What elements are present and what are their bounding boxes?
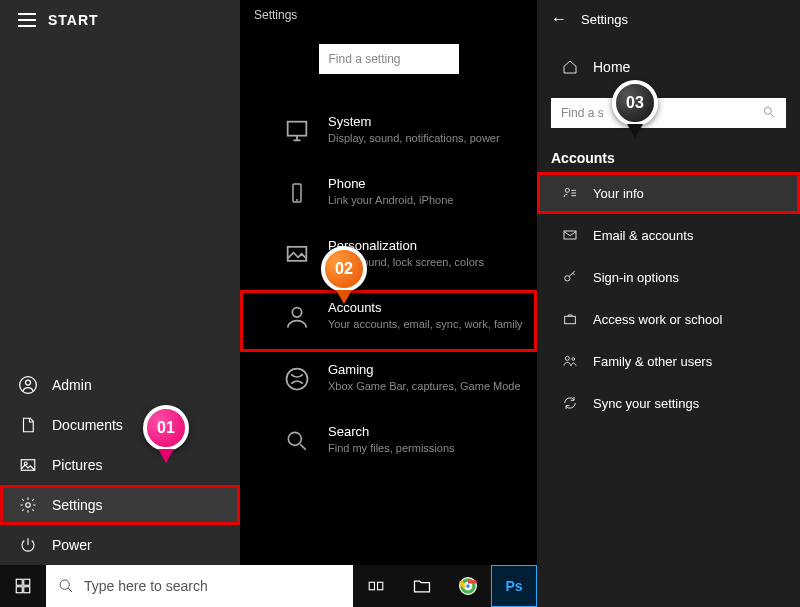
nav-label: Family & other users — [593, 354, 712, 369]
start-menu-panel: START Admin Documents Pictures Settings … — [0, 0, 240, 607]
home-label: Home — [593, 59, 630, 75]
start-item-label: Settings — [52, 497, 103, 513]
nav-label: Your info — [593, 186, 644, 201]
nav-label: Email & accounts — [593, 228, 693, 243]
system-icon — [280, 114, 314, 148]
svg-point-14 — [466, 584, 471, 589]
svg-point-24 — [565, 276, 570, 281]
nav-email-accounts[interactable]: Email & accounts — [537, 214, 800, 256]
svg-rect-8 — [24, 587, 30, 593]
category-personalization[interactable]: Personalization Background, lock screen,… — [240, 228, 537, 290]
category-text: Search Find my files, permissions — [328, 424, 455, 458]
svg-rect-23 — [564, 231, 576, 239]
category-text: Phone Link your Android, iPhone — [328, 176, 453, 210]
settings-panel: Settings Find a setting System Display, … — [240, 0, 537, 565]
svg-point-26 — [565, 356, 569, 360]
category-text: System Display, sound, notifications, po… — [328, 114, 500, 148]
start-item-label: Power — [52, 537, 92, 553]
user-icon — [18, 375, 38, 395]
svg-point-21 — [764, 107, 771, 114]
start-header: START — [0, 0, 240, 40]
nav-family-users[interactable]: Family & other users — [537, 340, 800, 382]
power-icon — [18, 535, 38, 555]
start-item-documents[interactable]: Documents — [0, 405, 240, 445]
accounts-search[interactable]: Find a s — [551, 98, 786, 128]
gear-icon — [18, 495, 38, 515]
hamburger-icon[interactable] — [18, 13, 36, 27]
svg-point-27 — [572, 358, 575, 361]
svg-rect-25 — [565, 316, 576, 323]
svg-rect-7 — [16, 587, 22, 593]
task-view-icon[interactable] — [353, 565, 399, 607]
svg-point-20 — [288, 432, 301, 445]
family-icon — [561, 352, 579, 370]
accounts-header-title: Settings — [581, 12, 628, 27]
phone-icon — [280, 176, 314, 210]
home-link[interactable]: Home — [537, 48, 800, 86]
svg-rect-5 — [16, 579, 22, 585]
nav-sync-settings[interactable]: Sync your settings — [537, 382, 800, 424]
photoshop-icon[interactable]: Ps — [491, 565, 537, 607]
search-icon — [762, 105, 776, 122]
accounts-search-placeholder: Find a s — [561, 106, 604, 120]
start-title: START — [48, 12, 99, 28]
category-text: Gaming Xbox Game Bar, captures, Game Mod… — [328, 362, 521, 396]
home-icon — [561, 58, 579, 76]
svg-point-18 — [292, 308, 301, 317]
svg-rect-11 — [378, 582, 383, 590]
your-info-icon — [561, 184, 579, 202]
sync-icon — [561, 394, 579, 412]
briefcase-icon — [561, 310, 579, 328]
settings-search[interactable]: Find a setting — [319, 44, 459, 74]
taskbar-search-placeholder: Type here to search — [84, 578, 208, 594]
nav-label: Sign-in options — [593, 270, 679, 285]
nav-signin-options[interactable]: Sign-in options — [537, 256, 800, 298]
nav-your-info[interactable]: Your info — [537, 172, 800, 214]
svg-rect-15 — [288, 122, 307, 136]
nav-access-work-school[interactable]: Access work or school — [537, 298, 800, 340]
search-icon — [280, 424, 314, 458]
start-items-list: Admin Documents Pictures Settings Power — [0, 365, 240, 565]
start-item-label: Documents — [52, 417, 123, 433]
svg-rect-17 — [288, 247, 307, 261]
chrome-icon[interactable] — [445, 565, 491, 607]
start-item-label: Pictures — [52, 457, 103, 473]
svg-rect-10 — [369, 582, 374, 590]
accounts-header: ← Settings — [537, 0, 800, 38]
category-search[interactable]: Search Find my files, permissions — [240, 414, 537, 476]
gaming-icon — [280, 362, 314, 396]
svg-rect-6 — [24, 579, 30, 585]
nav-label: Sync your settings — [593, 396, 699, 411]
settings-header-title: Settings — [240, 0, 537, 30]
email-icon — [561, 226, 579, 244]
picture-icon — [18, 455, 38, 475]
start-item-power[interactable]: Power — [0, 525, 240, 565]
category-system[interactable]: System Display, sound, notifications, po… — [240, 104, 537, 166]
back-icon[interactable]: ← — [551, 10, 567, 28]
personalization-icon — [280, 238, 314, 272]
category-text: Accounts Your accounts, email, sync, wor… — [328, 300, 523, 334]
svg-point-22 — [565, 188, 569, 192]
nav-label: Access work or school — [593, 312, 722, 327]
svg-point-9 — [60, 580, 69, 589]
key-icon — [561, 268, 579, 286]
file-explorer-icon[interactable] — [399, 565, 445, 607]
taskbar: Type here to search Ps — [0, 565, 537, 607]
taskbar-icons: Ps — [353, 565, 537, 607]
settings-search-placeholder: Find a setting — [329, 52, 401, 66]
start-button[interactable] — [0, 565, 46, 607]
section-heading-accounts: Accounts — [537, 140, 800, 172]
svg-point-1 — [26, 380, 31, 385]
accounts-panel: ← Settings Home Find a s Accounts Your i… — [537, 0, 800, 607]
start-item-pictures[interactable]: Pictures — [0, 445, 240, 485]
category-accounts[interactable]: Accounts Your accounts, email, sync, wor… — [240, 290, 537, 352]
category-gaming[interactable]: Gaming Xbox Game Bar, captures, Game Mod… — [240, 352, 537, 414]
start-item-admin[interactable]: Admin — [0, 365, 240, 405]
accounts-icon — [280, 300, 314, 334]
svg-point-4 — [26, 503, 31, 508]
category-phone[interactable]: Phone Link your Android, iPhone — [240, 166, 537, 228]
start-item-settings[interactable]: Settings — [0, 485, 240, 525]
document-icon — [18, 415, 38, 435]
taskbar-search[interactable]: Type here to search — [46, 565, 353, 607]
category-text: Personalization Background, lock screen,… — [328, 238, 484, 272]
